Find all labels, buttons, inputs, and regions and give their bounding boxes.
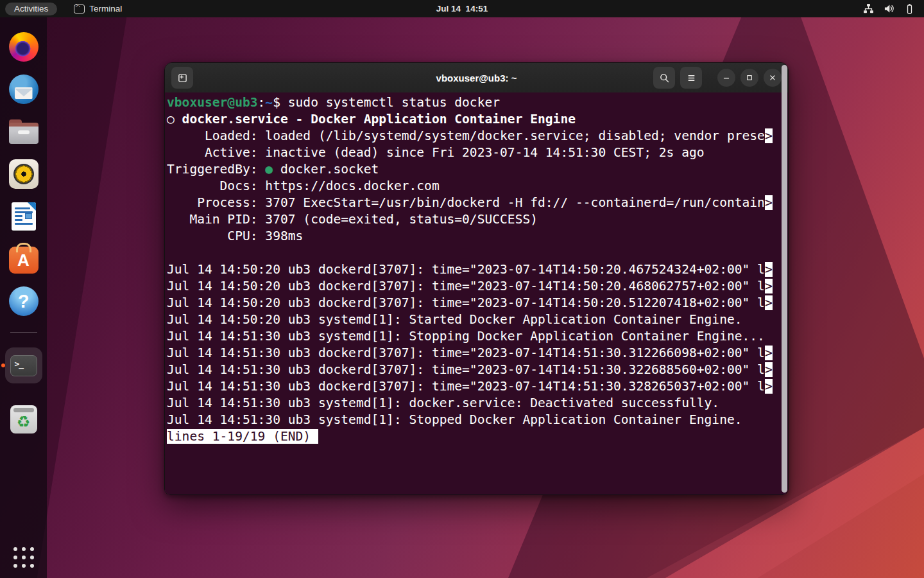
terminal-line: Jul 14 14:51:30 ub3 systemd[1]: Stopping… <box>167 328 788 345</box>
volume-icon <box>884 3 894 14</box>
firefox-icon <box>9 32 38 62</box>
terminal-output[interactable]: vboxuser@ub3:~$ sudo systemctl status do… <box>165 92 788 495</box>
terminal-line: Jul 14 14:51:30 ub3 systemd[1]: docker.s… <box>167 395 788 412</box>
help-icon: ? <box>9 286 38 316</box>
terminal-line: lines 1-19/19 (END) <box>167 428 788 445</box>
show-applications-button[interactable] <box>13 547 34 568</box>
dock-item-ubuntu-software[interactable]: A <box>8 243 39 274</box>
activities-button[interactable]: Activities <box>5 3 57 15</box>
terminal-icon: >_ <box>10 355 37 376</box>
app-menu[interactable]: Terminal <box>74 4 122 13</box>
terminal-line: ○ docker.service - Docker Application Co… <box>167 111 788 128</box>
dock-item-trash[interactable]: ♻ <box>8 404 39 435</box>
terminal-line: Jul 14 14:51:30 ub3 systemd[1]: Stopped … <box>167 412 788 428</box>
minimize-button[interactable] <box>717 69 735 87</box>
terminal-line: Jul 14 14:51:30 ub3 dockerd[3707]: time=… <box>167 378 788 395</box>
dock-item-thunderbird[interactable] <box>8 74 39 105</box>
window-title: vboxuser@ub3: ~ <box>436 73 517 83</box>
dock-item-terminal[interactable]: >_ <box>5 347 42 383</box>
terminal-line: Jul 14 14:51:30 ub3 dockerd[3707]: time=… <box>167 362 788 378</box>
system-tray[interactable] <box>863 3 915 14</box>
terminal-line: Docs: https://docs.docker.com <box>167 178 788 195</box>
terminal-line: vboxuser@ub3:~$ sudo systemctl status do… <box>167 94 788 111</box>
titlebar[interactable]: vboxuser@ub3: ~ <box>165 63 788 92</box>
terminal-app-icon <box>74 4 85 13</box>
clock[interactable]: Jul 14 14:51 <box>436 4 488 13</box>
terminal-window: vboxuser@ub3: ~ vboxuser@ub3:~$ sudo sys… <box>164 62 789 495</box>
dock-item-help[interactable]: ? <box>8 286 39 317</box>
terminal-line: Jul 14 14:51:30 ub3 dockerd[3707]: time=… <box>167 345 788 362</box>
menu-button[interactable] <box>680 67 702 89</box>
dock-item-files[interactable] <box>8 116 39 147</box>
new-tab-button[interactable] <box>171 67 193 89</box>
terminal-line: Jul 14 14:50:20 ub3 dockerd[3707]: time=… <box>167 295 788 311</box>
terminal-line: Jul 14 14:50:20 ub3 systemd[1]: Started … <box>167 311 788 328</box>
terminal-line: Process: 3707 ExecStart=/usr/bin/dockerd… <box>167 195 788 211</box>
battery-icon <box>904 3 915 14</box>
dock-item-firefox[interactable] <box>8 31 39 62</box>
terminal-line: Loaded: loaded (/lib/systemd/system/dock… <box>167 128 788 144</box>
running-indicator-dot <box>1 363 5 367</box>
terminal-line <box>167 245 788 261</box>
terminal-line: Jul 14 14:50:20 ub3 dockerd[3707]: time=… <box>167 278 788 295</box>
app-menu-label: Terminal <box>89 4 122 13</box>
terminal-line: TriggeredBy: ● docker.socket <box>167 161 788 178</box>
dock-item-libreoffice-writer[interactable] <box>8 201 39 232</box>
dock-separator <box>10 332 37 333</box>
terminal-line: Main PID: 3707 (code=exited, status=0/SU… <box>167 211 788 228</box>
ubuntu-software-icon: A <box>9 247 38 274</box>
rhythmbox-icon <box>9 159 38 189</box>
dock-item-rhythmbox[interactable] <box>8 159 39 189</box>
terminal-line: CPU: 398ms <box>167 228 788 245</box>
maximize-button[interactable] <box>740 69 758 87</box>
dock: A ? >_ ♻ <box>0 17 47 578</box>
trash-icon: ♻ <box>10 405 37 434</box>
search-button[interactable] <box>653 67 675 89</box>
close-button[interactable] <box>764 69 782 87</box>
network-icon <box>863 3 874 14</box>
libreoffice-writer-icon <box>12 202 36 231</box>
terminal-line: Jul 14 14:50:20 ub3 dockerd[3707]: time=… <box>167 261 788 278</box>
top-bar: Activities Terminal Jul 14 14:51 <box>0 0 924 17</box>
thunderbird-icon <box>9 74 38 104</box>
files-icon <box>9 119 38 144</box>
terminal-line: Active: inactive (dead) since Fri 2023-0… <box>167 144 788 161</box>
terminal-scrollbar[interactable] <box>782 65 787 493</box>
